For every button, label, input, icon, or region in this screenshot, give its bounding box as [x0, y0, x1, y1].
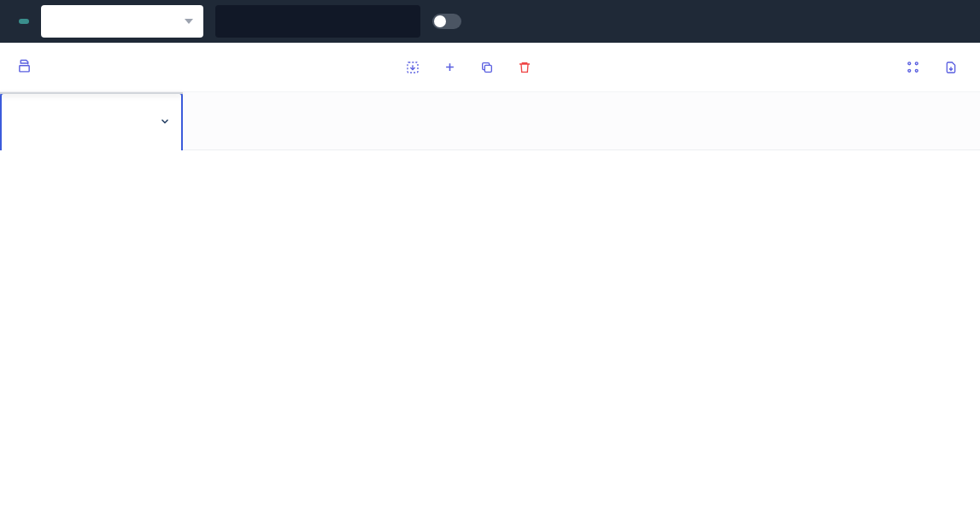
entity-select[interactable] [41, 5, 203, 38]
svg-point-5 [908, 69, 911, 72]
bulk-edit-icon [17, 59, 32, 73]
chevron-down-icon [159, 115, 171, 131]
svg-rect-0 [20, 65, 29, 71]
sliders-icon [906, 60, 920, 74]
status-dropdown-menu[interactable] [0, 92, 183, 94]
status-select[interactable] [0, 92, 183, 150]
plus-icon [443, 61, 456, 73]
top-bar [0, 0, 980, 43]
bulk-edit-button[interactable] [17, 59, 37, 73]
svg-rect-2 [484, 65, 491, 72]
duplicate-icon [480, 61, 494, 74]
custom-views-button[interactable] [906, 60, 925, 74]
chevron-down-icon [185, 19, 193, 24]
toggle-icon[interactable] [432, 14, 461, 29]
add-row-button[interactable] [443, 61, 461, 74]
export-csv-button[interactable] [944, 60, 963, 74]
pro-badge [19, 19, 29, 24]
toolbar [0, 43, 980, 92]
svg-point-6 [915, 69, 918, 72]
search-input[interactable] [215, 5, 420, 38]
col-header-last[interactable] [393, 92, 581, 150]
app-title [14, 19, 29, 24]
col-header-first[interactable] [218, 92, 393, 150]
data-table-wrap [0, 92, 980, 150]
svg-point-3 [908, 62, 911, 65]
advanced-search[interactable] [432, 14, 470, 29]
delete-button[interactable] [518, 61, 537, 74]
col-header-email[interactable] [581, 92, 786, 150]
duplicate-button[interactable] [480, 61, 499, 74]
export-icon [944, 61, 958, 74]
save-icon [406, 61, 420, 74]
trash-icon [518, 61, 531, 74]
save-button[interactable] [406, 61, 425, 74]
col-header-status[interactable] [786, 92, 980, 150]
svg-point-4 [915, 62, 918, 65]
